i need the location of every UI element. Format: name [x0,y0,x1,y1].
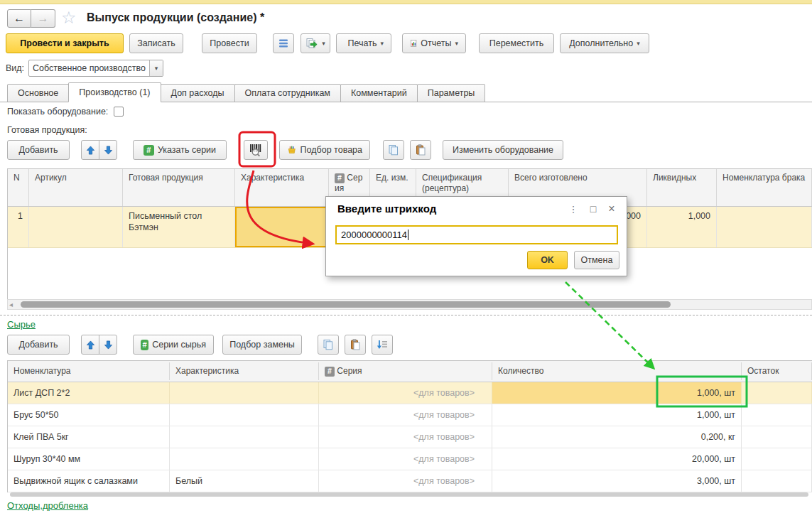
reports-button[interactable]: Отчеты ▾ [402,33,466,53]
goods-add-button[interactable]: Добавить [7,140,70,160]
raw-move-up-button[interactable] [81,335,99,355]
cell-product[interactable]: Письменный стол Бэтмэн [123,207,235,247]
cell-rest[interactable] [742,382,812,404]
tab-staff-payment[interactable]: Оплата сотрудникам [234,84,341,102]
view-dropdown-button[interactable]: ▾ [149,60,163,76]
cell-quantity-selected[interactable]: 1,000, шт [492,382,742,404]
dialog-maximize-icon[interactable]: □ [585,202,601,216]
tab-main[interactable]: Основное [7,84,69,102]
dropdown-caret-icon: ▾ [380,41,384,47]
raw-paste-button[interactable] [345,335,366,355]
tab-extra-costs[interactable]: Доп расходы [161,84,235,102]
goods-copy-button[interactable] [383,140,404,160]
cell-series[interactable]: <для товаров> [319,470,492,492]
change-equipment-label: Изменить оборудование [453,145,553,155]
cell-rest[interactable] [742,470,812,492]
series-hash-icon: # [335,173,345,183]
goods-horizontal-scrollbar[interactable]: ◂ [7,299,812,310]
move-button[interactable]: Переместить [479,33,554,53]
cell-quantity[interactable]: 0,200, кг [492,426,742,448]
tab-comment[interactable]: Комментарий [340,84,418,102]
cell-nomenclature[interactable]: Лист ДСП 2*2 [8,382,170,404]
cell-rest[interactable] [742,426,812,448]
specify-series-button[interactable]: # Указать серии [133,140,227,160]
print-button[interactable]: Печать ▾ [336,33,391,53]
print-label: Печать [348,38,377,48]
dialog-menu-icon[interactable]: ⋮ [565,202,581,216]
cell-nomenclature[interactable]: Выдвижной ящик с салазками [8,470,170,492]
tab-label: Доп расходы [171,88,224,98]
scrollbar-thumb[interactable] [21,301,671,308]
post-and-close-label: Провести и закрыть [20,38,109,48]
raw-table-row[interactable]: Брус 50*50 <для товаров> 1,000, шт [8,404,812,426]
raw-sort-button[interactable] [372,335,393,355]
raw-add-button[interactable]: Добавить [7,335,70,355]
raw-series-button[interactable]: # Серии сырья [133,335,214,355]
post-and-close-button[interactable]: Провести и закрыть [6,33,124,53]
cell-defect[interactable] [717,207,812,247]
goods-toolbar: Добавить # Указать серии [0,139,563,161]
cell-nomenclature[interactable]: Клей ПВА 5кг [8,426,170,448]
series-hash-icon: # [325,367,335,377]
cell-series[interactable]: <для товаров> [319,448,492,470]
product-pick-button[interactable]: Подбор товара [279,140,370,160]
col-characteristic: Характеристика [170,362,319,380]
barcode-input[interactable]: 2000000000114 [335,225,618,244]
post-button[interactable]: Провести [202,33,257,53]
cell-liquid[interactable]: 1,000 [647,207,717,247]
cell-characteristic[interactable] [170,426,319,448]
change-equipment-button[interactable]: Изменить оборудование [443,140,563,160]
waste-link[interactable]: Отходы,дробленка [7,500,88,511]
paste-icon [415,144,426,156]
cell-quantity[interactable]: 20,000, шт [492,448,742,470]
raw-table-row[interactable]: Выдвижной ящик с салазками Белый <для то… [8,470,812,492]
write-button[interactable]: Записать [129,33,183,53]
dialog-cancel-button[interactable]: Отмена [574,251,619,269]
raw-copy-button[interactable] [318,335,339,355]
cell-series[interactable]: <для товаров> [319,404,492,426]
raw-table-row[interactable]: Шуруп 30*40 мм <для товаров> 20,000, шт [8,448,812,470]
goods-move-down-button[interactable] [99,140,117,160]
dialog-close-icon[interactable]: × [604,202,619,216]
forward-button[interactable]: → [31,9,55,28]
cell-quantity[interactable]: 1,000, шт [492,404,742,426]
tab-parameters[interactable]: Параметры [417,84,486,102]
raw-table-row[interactable]: Клей ПВА 5кг <для товаров> 0,200, кг [8,426,812,448]
document-movements-button[interactable]: ▾ [301,33,330,53]
raw-materials-link[interactable]: Сырье [7,319,36,330]
dialog-ok-button[interactable]: OK [527,251,568,269]
view-combobox[interactable]: Собственное производство ▾ [28,60,163,77]
cell-series[interactable]: <для товаров> [319,426,492,448]
raw-table-row[interactable]: Лист ДСП 2*2 <для товаров> 1,000, шт [8,382,812,404]
more-actions-button[interactable]: Дополнительно ▾ [560,33,649,53]
cell-rest[interactable] [742,404,812,426]
goods-move-up-button[interactable] [81,140,99,160]
cell-series[interactable]: <для товаров> [319,382,492,404]
back-button[interactable]: ← [7,9,31,28]
goods-paste-button[interactable] [410,140,431,160]
series-header-label: Серия [337,366,362,376]
tab-production[interactable]: Производство (1) [68,82,161,102]
favorite-star-icon[interactable]: ☆ [61,8,77,28]
tab-label: Основное [18,88,58,98]
cell-characteristic[interactable]: Белый [170,470,319,492]
cell-n[interactable]: 1 [8,207,29,247]
register-records-button[interactable] [273,33,294,53]
show-equipment-checkbox[interactable] [114,107,124,117]
cell-characteristic[interactable] [170,448,319,470]
cell-rest[interactable] [742,448,812,470]
cell-quantity[interactable]: 3,000, шт [492,470,742,492]
replace-pick-button[interactable]: Подбор замены [222,335,302,355]
scroll-left-icon[interactable]: ◂ [9,301,13,308]
raw-horizontal-scrollbar[interactable] [10,492,808,497]
form-splitter[interactable] [0,315,812,315]
col-liquid: Ликвидных [647,169,717,206]
cell-nomenclature[interactable]: Брус 50*50 [8,404,170,426]
cell-article[interactable] [29,207,123,247]
cell-characteristic[interactable] [170,382,319,404]
cell-characteristic-selected[interactable] [235,207,329,247]
cell-nomenclature[interactable]: Шуруп 30*40 мм [8,448,170,470]
cell-characteristic[interactable] [170,404,319,426]
barcode-scan-button[interactable] [244,140,268,160]
raw-move-down-button[interactable] [99,335,117,355]
